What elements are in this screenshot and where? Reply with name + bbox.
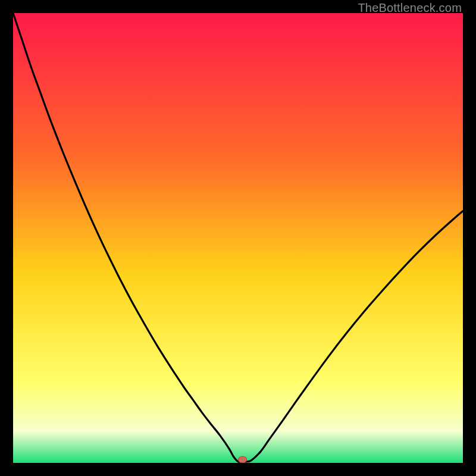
- plot-area: [13, 13, 463, 463]
- optimal-point-marker: [239, 456, 247, 463]
- gradient-background: [13, 13, 463, 463]
- plot-svg: [13, 13, 463, 463]
- chart-frame: TheBottleneck.com: [0, 0, 476, 476]
